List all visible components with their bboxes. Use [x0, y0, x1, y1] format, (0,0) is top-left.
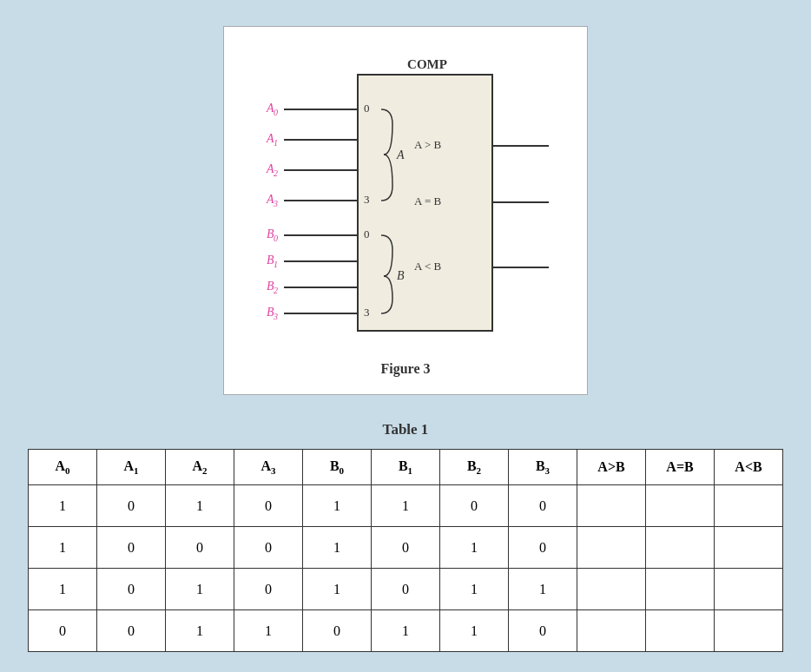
- svg-text:COMP: COMP: [407, 57, 447, 71]
- svg-text:3: 3: [364, 193, 370, 206]
- cell-r3-c6: 1: [440, 610, 509, 652]
- header-a1: A1: [97, 450, 166, 485]
- cell-r1-c4: 1: [303, 527, 372, 569]
- header-b2: B2: [440, 450, 509, 485]
- cell-r2-c1: 0: [97, 569, 166, 610]
- svg-text:0: 0: [274, 234, 278, 243]
- header-b1: B1: [372, 450, 440, 485]
- header-aeb: A=B: [646, 450, 715, 485]
- cell-r0-c6: 0: [440, 485, 509, 527]
- svg-text:3: 3: [273, 312, 278, 321]
- cell-r0-c3: 0: [234, 485, 303, 527]
- cell-r0-c10: [715, 485, 783, 527]
- cell-r1-c9: [646, 527, 715, 569]
- svg-text:3: 3: [273, 199, 278, 208]
- table-title: Table 1: [383, 421, 429, 438]
- truth-table: A0 A1 A2 A3 B0 B1 B2 B3 A>B A=B A<B 1010…: [28, 449, 783, 652]
- comp-diagram: COMP A 0 A 1 A 2 A 3 0 3 A: [241, 53, 570, 348]
- cell-r0-c8: [577, 485, 646, 527]
- cell-r0-c2: 1: [166, 485, 234, 527]
- cell-r2-c8: [577, 569, 646, 610]
- table-section: Table 1 A0 A1 A2 A3 B0 B1 B2 B3 A>B A=B …: [28, 421, 783, 652]
- cell-r3-c9: [646, 610, 715, 652]
- svg-text:A > B: A > B: [414, 138, 442, 151]
- cell-r0-c5: 1: [372, 485, 440, 527]
- table-row: 10101011: [29, 569, 783, 610]
- cell-r2-c9: [646, 569, 715, 610]
- header-alb: A<B: [715, 450, 783, 485]
- svg-text:0: 0: [364, 227, 370, 240]
- cell-r3-c2: 1: [166, 610, 234, 652]
- cell-r1-c1: 0: [97, 527, 166, 569]
- cell-r0-c0: 1: [29, 485, 97, 527]
- cell-r0-c9: [646, 485, 715, 527]
- cell-r1-c6: 1: [440, 527, 509, 569]
- cell-r3-c8: [577, 610, 646, 652]
- svg-text:A = B: A = B: [414, 194, 442, 208]
- svg-text:A < B: A < B: [414, 260, 442, 273]
- cell-r3-c7: 0: [509, 610, 577, 652]
- cell-r3-c0: 0: [29, 610, 97, 652]
- table-row: 00110110: [29, 610, 783, 652]
- header-a2: A2: [166, 450, 234, 485]
- cell-r2-c6: 1: [440, 569, 509, 610]
- cell-r3-c4: 0: [303, 610, 372, 652]
- svg-text:3: 3: [364, 306, 370, 319]
- cell-r1-c3: 0: [234, 527, 303, 569]
- svg-text:1: 1: [274, 138, 278, 148]
- cell-r1-c0: 1: [29, 527, 97, 569]
- cell-r0-c4: 1: [303, 485, 372, 527]
- table-row: 10101100: [29, 485, 783, 527]
- svg-text:2: 2: [274, 168, 278, 178]
- cell-r1-c2: 0: [166, 527, 234, 569]
- cell-r0-c7: 0: [509, 485, 577, 527]
- cell-r3-c10: [715, 610, 783, 652]
- header-agb: A>B: [577, 450, 646, 485]
- svg-text:0: 0: [274, 108, 278, 117]
- header-b0: B0: [303, 450, 372, 485]
- cell-r1-c7: 0: [509, 527, 577, 569]
- figure-container: COMP A 0 A 1 A 2 A 3 0 3 A: [223, 26, 588, 395]
- header-a3: A3: [234, 450, 303, 485]
- cell-r1-c8: [577, 527, 646, 569]
- svg-text:A: A: [396, 148, 405, 161]
- cell-r1-c10: [715, 527, 783, 569]
- cell-r2-c7: 1: [509, 569, 577, 610]
- svg-text:2: 2: [274, 286, 278, 295]
- svg-text:B: B: [397, 269, 405, 282]
- cell-r3-c3: 1: [234, 610, 303, 652]
- svg-text:1: 1: [274, 260, 278, 269]
- cell-r2-c2: 1: [166, 569, 234, 610]
- table-header-row: A0 A1 A2 A3 B0 B1 B2 B3 A>B A=B A<B: [29, 450, 783, 485]
- cell-r2-c3: 0: [234, 569, 303, 610]
- header-b3: B3: [509, 450, 577, 485]
- cell-r3-c1: 0: [97, 610, 166, 652]
- table-row: 10001010: [29, 527, 783, 569]
- cell-r1-c5: 0: [372, 527, 440, 569]
- cell-r2-c10: [715, 569, 783, 610]
- header-a0: A0: [29, 450, 97, 485]
- figure-caption: Figure 3: [380, 361, 430, 377]
- svg-text:0: 0: [364, 102, 370, 115]
- cell-r0-c1: 0: [97, 485, 166, 527]
- cell-r2-c4: 1: [303, 569, 372, 610]
- cell-r3-c5: 1: [372, 610, 440, 652]
- cell-r2-c5: 0: [372, 569, 440, 610]
- cell-r2-c0: 1: [29, 569, 97, 610]
